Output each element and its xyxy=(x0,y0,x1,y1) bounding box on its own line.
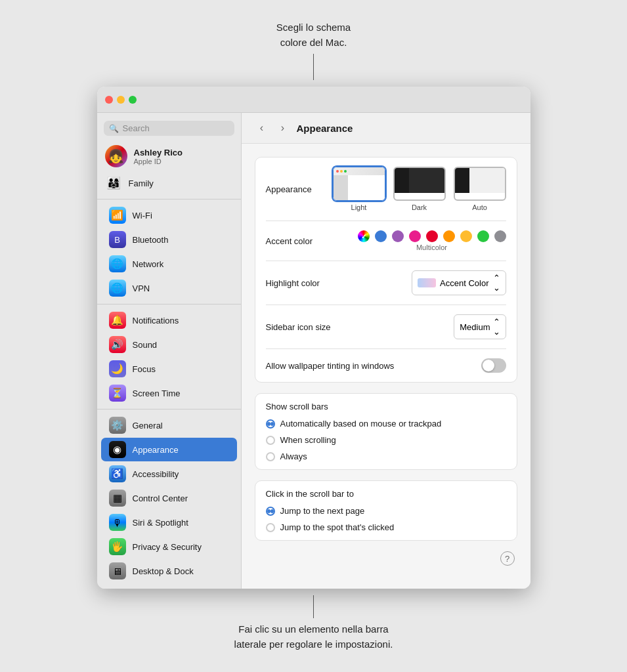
notifications-icon: 🔔 xyxy=(109,312,126,329)
scroll-always-label: Always xyxy=(280,452,307,461)
tooltip-bottom: Fai clic su un elemento nella barra late… xyxy=(234,595,393,652)
appearance-option-dark[interactable]: Dark xyxy=(393,167,446,211)
vpn-icon: 🌐 xyxy=(109,280,126,297)
sidebar-item-bluetooth[interactable]: B Bluetooth xyxy=(101,228,237,251)
sidebar-divider-1 xyxy=(97,199,241,200)
user-name: Ashley Rico xyxy=(134,148,183,158)
accent-dot-pink[interactable] xyxy=(409,230,421,242)
titlebar xyxy=(97,87,530,113)
scroll-scrolling-radio[interactable] xyxy=(266,436,275,445)
tooltip-bottom-line1: Fai clic su un elemento nella barra xyxy=(238,623,388,635)
accent-dot-blue[interactable] xyxy=(375,230,387,242)
sidebar-item-wifi[interactable]: 📶 Wi-Fi xyxy=(101,203,237,227)
click-nextpage-row: Jump to the next page xyxy=(266,503,506,519)
sidebar-label-vpn: VPN xyxy=(133,284,150,293)
sidebar-label-appearance: Appearance xyxy=(133,445,179,455)
wallpaper-tinting-label: Allow wallpaper tinting in windows xyxy=(266,361,395,371)
system-preferences-window: 🔍 Search 👧 Ashley Rico Apple ID 👨‍👩‍👧 Fa… xyxy=(97,87,530,589)
sidebar-item-sound[interactable]: 🔊 Sound xyxy=(101,333,237,356)
back-button[interactable]: ‹ xyxy=(255,121,269,135)
accent-sublabel: Multicolor xyxy=(416,243,447,251)
close-button[interactable] xyxy=(105,96,113,104)
highlight-swatch xyxy=(418,278,436,287)
controlcenter-icon: ▦ xyxy=(109,490,126,507)
toggle-knob xyxy=(483,360,494,371)
click-scroll-section: Click in the scroll bar to Jump to the n… xyxy=(255,480,517,541)
focus-icon: 🌙 xyxy=(109,360,126,377)
appearance-thumb-dark[interactable] xyxy=(393,167,446,201)
sidebar-item-user[interactable]: 👧 Ashley Rico Apple ID xyxy=(97,141,241,171)
click-nextpage-label: Jump to the next page xyxy=(280,506,365,516)
sidebar-divider-3 xyxy=(97,409,241,410)
appearance-option-auto[interactable]: Auto xyxy=(454,167,506,211)
sidebar-label-controlcenter: Control Center xyxy=(133,494,188,503)
scroll-auto-radio[interactable] xyxy=(266,419,275,429)
sidebar-item-focus[interactable]: 🌙 Focus xyxy=(101,357,237,381)
sidebar-item-vpn[interactable]: 🌐 VPN xyxy=(101,276,237,300)
help-button[interactable]: ? xyxy=(500,551,515,566)
click-clicked-radio[interactable] xyxy=(266,523,275,532)
appearance-name-light: Light xyxy=(351,203,367,211)
sidebar-item-siri[interactable]: 🎙 Siri & Spotlight xyxy=(101,511,237,534)
sidebar-icon-size-select[interactable]: Medium ⌃⌄ xyxy=(454,314,506,339)
sidebar-label-privacy: Privacy & Security xyxy=(133,542,202,552)
accent-dot-graphite[interactable] xyxy=(494,230,506,242)
sidebar-item-accessibility[interactable]: ♿ Accessibility xyxy=(101,462,237,486)
appearance-thumb-auto[interactable] xyxy=(454,167,506,201)
bluetooth-icon: B xyxy=(109,231,126,248)
click-nextpage-radio[interactable] xyxy=(266,507,275,516)
sidebar-label-desktop: Desktop & Dock xyxy=(133,566,194,576)
appearance-name-dark: Dark xyxy=(412,203,427,211)
panel-header: ‹ › Appearance xyxy=(242,113,530,144)
sidebar-item-desktop[interactable]: 🖥 Desktop & Dock xyxy=(101,559,237,583)
sidebar-item-privacy[interactable]: 🖐 Privacy & Security xyxy=(101,535,237,558)
appearance-options: Light xyxy=(333,167,506,211)
desktop-icon: 🖥 xyxy=(109,562,126,579)
window-content: 🔍 Search 👧 Ashley Rico Apple ID 👨‍👩‍👧 Fa… xyxy=(97,113,530,589)
tooltip-top: Scegli lo schema colore del Mac. xyxy=(276,20,351,80)
scroll-auto-label: Automatically based on mouse or trackpad xyxy=(280,419,442,429)
sidebar-icon-size-value: Medium xyxy=(460,322,490,332)
appearance-thumb-light[interactable] xyxy=(333,167,385,201)
accessibility-icon: ♿ xyxy=(109,465,126,482)
privacy-icon: 🖐 xyxy=(109,538,126,555)
minimize-button[interactable] xyxy=(117,96,125,104)
appearance-name-auto: Auto xyxy=(472,203,487,211)
click-clicked-label: Jump to the spot that's clicked xyxy=(280,522,395,532)
sound-icon: 🔊 xyxy=(109,336,126,353)
sidebar-item-appearance[interactable]: ◉ Appearance xyxy=(101,438,237,461)
accent-dot-multicolor[interactable] xyxy=(358,230,370,242)
wifi-icon: 📶 xyxy=(109,207,126,224)
appearance-option-light[interactable]: Light xyxy=(333,167,385,211)
forward-button[interactable]: › xyxy=(276,121,290,135)
search-bar[interactable]: 🔍 Search xyxy=(104,121,234,136)
accent-color-row: Accent color xyxy=(266,221,506,261)
siri-icon: 🎙 xyxy=(109,514,126,531)
accent-dot-red[interactable] xyxy=(426,230,438,242)
sidebar-item-network[interactable]: 🌐 Network xyxy=(101,252,237,276)
accent-dot-purple[interactable] xyxy=(392,230,404,242)
sidebar-item-general[interactable]: ⚙️ General xyxy=(101,413,237,437)
sidebar-item-family[interactable]: 👨‍👩‍👧 Family xyxy=(97,171,241,195)
highlight-color-select[interactable]: Accent Color ⌃⌄ xyxy=(412,270,506,295)
tooltip-top-line1: Scegli lo schema xyxy=(276,22,351,33)
wallpaper-tinting-row: Allow wallpaper tinting in windows xyxy=(266,349,506,382)
main-panel: ‹ › Appearance Appearance xyxy=(242,113,530,589)
sidebar-item-notifications[interactable]: 🔔 Notifications xyxy=(101,308,237,332)
accent-dot-green[interactable] xyxy=(477,230,489,242)
sidebar-item-controlcenter[interactable]: ▦ Control Center xyxy=(101,486,237,510)
sidebar-icon-size-row: Sidebar icon size Medium ⌃⌄ xyxy=(266,305,506,349)
user-sub: Apple ID xyxy=(134,158,183,165)
sidebar-label-notifications: Notifications xyxy=(133,316,179,326)
click-clicked-row: Jump to the spot that's clicked xyxy=(266,519,506,540)
wallpaper-tinting-toggle[interactable] xyxy=(481,358,506,373)
accent-dot-orange[interactable] xyxy=(443,230,455,242)
sidebar-label-focus: Focus xyxy=(133,364,156,374)
scroll-always-radio[interactable] xyxy=(266,452,275,461)
maximize-button[interactable] xyxy=(129,96,137,104)
accent-color-label: Accent color xyxy=(266,236,313,246)
accent-dot-yellow[interactable] xyxy=(460,230,472,242)
avatar: 👧 xyxy=(105,145,127,167)
size-chevron-icon: ⌃⌄ xyxy=(493,317,500,337)
sidebar-item-screentime[interactable]: ⏳ Screen Time xyxy=(101,381,237,405)
